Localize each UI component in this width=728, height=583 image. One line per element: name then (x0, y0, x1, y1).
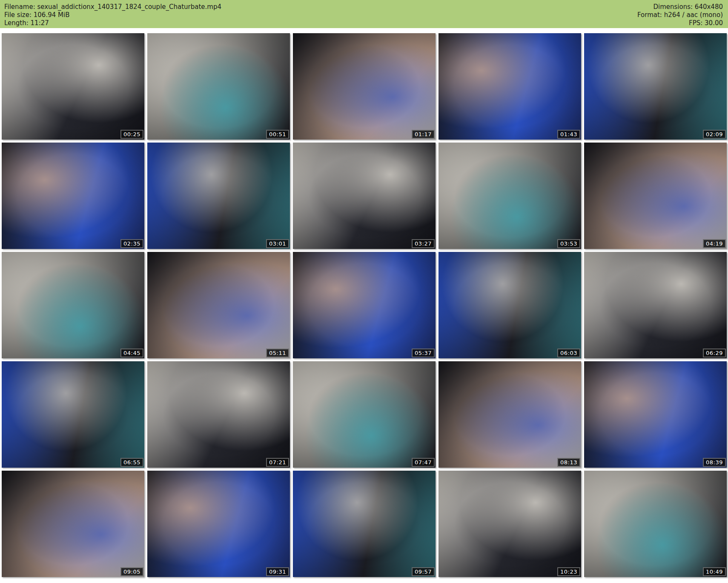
timestamp-badge: 08:13 (557, 458, 580, 467)
video-thumbnail[interactable]: 10:49 (584, 471, 727, 577)
timestamp-badge: 09:05 (120, 567, 143, 576)
timestamp-badge: 01:43 (557, 130, 580, 139)
thumbnail-frame-placeholder (147, 252, 290, 358)
dimensions-line: Dimensions: 640x480 (637, 3, 723, 11)
timestamp-badge: 06:55 (120, 458, 143, 467)
video-thumbnail[interactable]: 03:27 (293, 143, 436, 249)
video-thumbnail[interactable]: 09:05 (2, 471, 144, 577)
thumbnail-frame-placeholder (439, 361, 581, 468)
thumbnail-frame-placeholder (439, 252, 581, 358)
timestamp-badge: 05:37 (412, 349, 435, 357)
thumbnail-frame-placeholder (293, 471, 436, 577)
thumbnail-frame-placeholder (2, 143, 144, 249)
thumbnail-frame-placeholder (584, 143, 727, 249)
thumbnail-frame-placeholder (147, 143, 290, 249)
thumbnail-frame-placeholder (584, 471, 727, 577)
video-thumbnail[interactable]: 03:53 (439, 143, 581, 249)
thumbnail-frame-placeholder (584, 361, 727, 468)
thumbnail-frame-placeholder (147, 361, 290, 468)
thumbnail-frame-placeholder (584, 252, 727, 358)
thumbnail-frame-placeholder (293, 143, 436, 249)
video-thumbnail[interactable]: 06:29 (584, 252, 727, 358)
thumbnail-frame-placeholder (439, 143, 581, 249)
video-thumbnail[interactable]: 09:57 (293, 471, 436, 577)
video-thumbnail[interactable]: 05:11 (147, 252, 290, 358)
thumbnail-frame-placeholder (2, 361, 144, 468)
video-thumbnail[interactable]: 04:19 (584, 143, 727, 249)
timestamp-badge: 07:21 (266, 458, 289, 467)
length-line: Length: 11:27 (4, 19, 221, 27)
filename-line: Filename: sexual_addictionx_140317_1824_… (4, 3, 221, 11)
timestamp-badge: 05:11 (266, 349, 289, 357)
thumbnail-frame-placeholder (293, 33, 436, 140)
video-thumbnail[interactable]: 03:01 (147, 143, 290, 249)
video-thumbnail[interactable]: 00:25 (2, 33, 144, 140)
file-metadata-right: Dimensions: 640x480 Format: h264 / aac (… (637, 3, 723, 27)
video-thumbnail[interactable]: 01:17 (293, 33, 436, 140)
format-line: Format: h264 / aac (mono) (637, 11, 723, 19)
timestamp-badge: 04:45 (120, 349, 143, 357)
thumbnail-frame-placeholder (439, 471, 581, 577)
thumbnail-grid: 00:2500:5101:1701:4302:0902:3503:0103:27… (2, 33, 726, 577)
video-thumbnail[interactable]: 10:23 (439, 471, 581, 577)
video-thumbnail[interactable]: 02:09 (584, 33, 727, 140)
thumbnail-frame-placeholder (293, 252, 436, 358)
thumbnail-frame-placeholder (2, 252, 144, 358)
timestamp-badge: 02:09 (703, 130, 726, 139)
video-thumbnail[interactable]: 07:21 (147, 361, 290, 468)
timestamp-badge: 03:01 (266, 239, 289, 248)
thumbnail-frame-placeholder (293, 361, 436, 468)
timestamp-badge: 03:53 (557, 239, 580, 248)
video-thumbnail[interactable]: 06:55 (2, 361, 144, 468)
file-metadata-header: Filename: sexual_addictionx_140317_1824_… (0, 0, 728, 28)
video-thumbnail[interactable]: 01:43 (439, 33, 581, 140)
timestamp-badge: 00:25 (120, 130, 143, 139)
fps-line: FPS: 30.00 (637, 19, 723, 27)
timestamp-badge: 10:49 (703, 567, 726, 576)
thumbnail-frame-placeholder (439, 33, 581, 140)
timestamp-badge: 01:17 (412, 130, 435, 139)
thumbnail-frame-placeholder (584, 33, 727, 140)
video-thumbnail[interactable]: 09:31 (147, 471, 290, 577)
filesize-line: File size: 106.94 MiB (4, 11, 221, 19)
timestamp-badge: 00:51 (266, 130, 289, 139)
timestamp-badge: 02:35 (120, 239, 143, 248)
video-thumbnail[interactable]: 06:03 (439, 252, 581, 358)
timestamp-badge: 06:29 (703, 349, 726, 357)
file-metadata-left: Filename: sexual_addictionx_140317_1824_… (4, 3, 221, 27)
video-thumbnail[interactable]: 05:37 (293, 252, 436, 358)
timestamp-badge: 06:03 (557, 349, 580, 357)
thumbnail-frame-placeholder (2, 471, 144, 577)
timestamp-badge: 08:39 (703, 458, 726, 467)
timestamp-badge: 07:47 (412, 458, 435, 467)
thumbnail-frame-placeholder (2, 33, 144, 140)
video-thumbnail[interactable]: 04:45 (2, 252, 144, 358)
timestamp-badge: 03:27 (412, 239, 435, 248)
timestamp-badge: 10:23 (557, 567, 580, 576)
video-thumbnail[interactable]: 00:51 (147, 33, 290, 140)
video-thumbnail[interactable]: 02:35 (2, 143, 144, 249)
video-thumbnail[interactable]: 08:13 (439, 361, 581, 468)
timestamp-badge: 04:19 (703, 239, 726, 248)
timestamp-badge: 09:31 (266, 567, 289, 576)
video-thumbnail[interactable]: 07:47 (293, 361, 436, 468)
timestamp-badge: 09:57 (412, 567, 435, 576)
video-thumbnail[interactable]: 08:39 (584, 361, 727, 468)
thumbnail-frame-placeholder (147, 471, 290, 577)
thumbnail-frame-placeholder (147, 33, 290, 140)
